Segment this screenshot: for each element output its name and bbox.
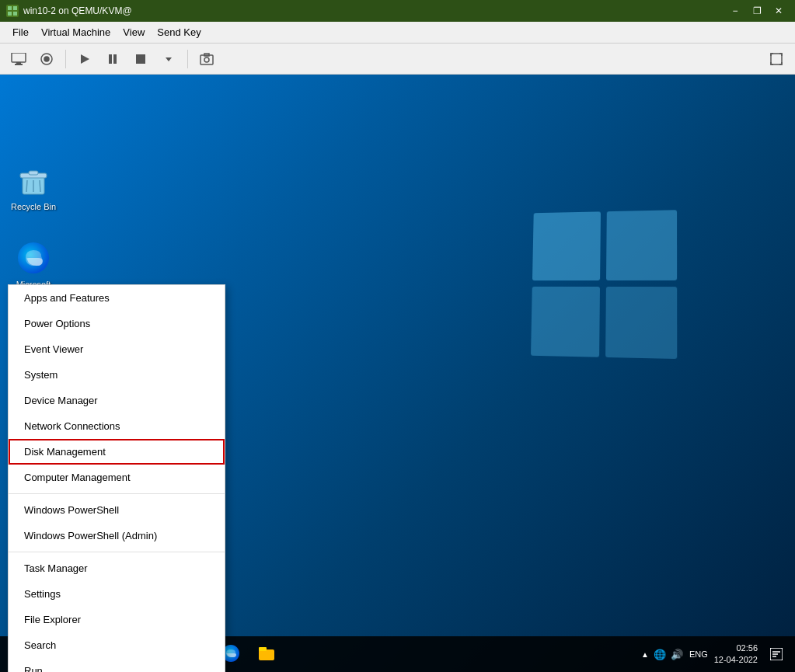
- toolbar-right: [764, 47, 789, 71]
- menu-virtual-machine[interactable]: Virtual Machine: [35, 23, 117, 41]
- svg-rect-32: [259, 649, 274, 660]
- toolbar-stop-button[interactable]: [128, 47, 153, 71]
- svg-rect-6: [15, 64, 23, 65]
- toolbar-monitor-button[interactable]: [6, 47, 31, 71]
- svg-marker-9: [81, 54, 89, 64]
- taskbar-file-explorer-app[interactable]: [249, 636, 284, 672]
- svg-rect-33: [259, 647, 267, 651]
- svg-rect-5: [16, 62, 21, 64]
- edge-image: [15, 239, 52, 277]
- toolbar-fit-button[interactable]: [764, 47, 789, 71]
- menu-view[interactable]: View: [117, 23, 151, 41]
- toolbar-dropdown-button[interactable]: [156, 47, 181, 71]
- menu-item-event-viewer[interactable]: Event Viewer: [9, 336, 225, 362]
- title-bar-icon: [6, 5, 19, 17]
- toolbar: [0, 44, 795, 75]
- toolbar-sep-1: [65, 50, 66, 68]
- svg-rect-17: [771, 54, 782, 64]
- taskbar-date: 12-04-2022: [714, 654, 758, 666]
- svg-rect-11: [113, 54, 117, 64]
- svg-point-15: [204, 57, 209, 62]
- context-menu-separator-1: [9, 493, 225, 494]
- svg-line-23: [40, 180, 40, 192]
- windows-logo-watermark: [530, 211, 676, 357]
- toolbar-sep-2: [187, 50, 188, 68]
- svg-marker-13: [166, 57, 172, 61]
- menu-bar: File Virtual Machine View Send Key: [0, 22, 795, 44]
- notification-center-button[interactable]: [764, 636, 789, 672]
- title-bar: win10-2 on QEMU/KVM@ − ❐ ✕: [0, 0, 795, 22]
- menu-item-network-connections[interactable]: Network Connections: [9, 413, 225, 439]
- menu-file[interactable]: File: [6, 23, 35, 41]
- taskbar-time: 02:56: [714, 642, 758, 654]
- title-bar-title: win10-2 on QEMU/KVM@: [23, 5, 725, 16]
- toolbar-play-button[interactable]: [72, 47, 97, 71]
- restore-button[interactable]: ❐: [747, 3, 767, 19]
- svg-rect-2: [8, 12, 12, 16]
- menu-item-search[interactable]: Search: [9, 632, 225, 658]
- toolbar-pause-button[interactable]: [100, 47, 125, 71]
- menu-item-settings[interactable]: Settings: [9, 581, 225, 607]
- menu-item-computer-management[interactable]: Computer Management: [9, 465, 225, 490]
- menu-item-device-manager[interactable]: Device Manager: [9, 388, 225, 413]
- svg-rect-0: [8, 6, 12, 10]
- desktop: Recycle Bin: [0, 75, 795, 672]
- recycle-bin-image: [15, 162, 52, 199]
- menu-item-windows-powershell-admin[interactable]: Windows PowerShell (Admin): [9, 523, 225, 548]
- minimize-button[interactable]: −: [725, 3, 745, 19]
- svg-rect-1: [13, 6, 17, 10]
- svg-line-21: [26, 180, 27, 192]
- qemu-window: win10-2 on QEMU/KVM@ − ❐ ✕ File Virtual …: [0, 0, 795, 672]
- svg-point-8: [44, 57, 49, 61]
- menu-item-task-manager[interactable]: Task Manager: [9, 555, 225, 581]
- close-button[interactable]: ✕: [769, 3, 789, 19]
- systray-lang: ENG: [689, 649, 708, 659]
- svg-rect-12: [136, 54, 145, 64]
- systray-volume-icon: 🔊: [671, 649, 683, 660]
- context-menu: Apps and Features Power Options Event Vi…: [8, 284, 225, 672]
- recycle-bin-label: Recycle Bin: [11, 202, 56, 211]
- menu-send-key[interactable]: Send Key: [151, 23, 207, 41]
- main-content: Recycle Bin: [0, 75, 795, 672]
- menu-item-system[interactable]: System: [9, 362, 225, 388]
- taskbar-right: ▲ 🌐 🔊 ENG 02:56 12-04-2022: [641, 636, 795, 672]
- svg-rect-14: [200, 55, 213, 64]
- title-bar-controls: − ❐ ✕: [725, 3, 789, 19]
- toolbar-snapshot-button[interactable]: [194, 47, 219, 71]
- taskbar-clock[interactable]: 02:56 12-04-2022: [714, 642, 758, 667]
- menu-item-windows-powershell[interactable]: Windows PowerShell: [9, 497, 225, 523]
- systray-network-icon: 🌐: [654, 649, 666, 660]
- menu-item-apps-features[interactable]: Apps and Features: [9, 285, 225, 311]
- systray: ▲ 🌐 🔊: [641, 649, 683, 660]
- svg-rect-20: [29, 171, 38, 175]
- context-menu-separator-2: [9, 552, 225, 552]
- svg-rect-4: [12, 53, 26, 62]
- menu-item-run[interactable]: Run: [9, 658, 225, 672]
- toolbar-usb-button[interactable]: [34, 47, 59, 71]
- systray-chevron[interactable]: ▲: [641, 650, 649, 659]
- menu-item-power-options[interactable]: Power Options: [9, 311, 225, 336]
- recycle-bin-icon[interactable]: Recycle Bin: [6, 158, 61, 214]
- svg-rect-3: [13, 12, 17, 16]
- menu-item-disk-management[interactable]: Disk Management: [9, 439, 225, 465]
- menu-item-file-explorer[interactable]: File Explorer: [9, 607, 225, 632]
- svg-rect-10: [109, 54, 112, 64]
